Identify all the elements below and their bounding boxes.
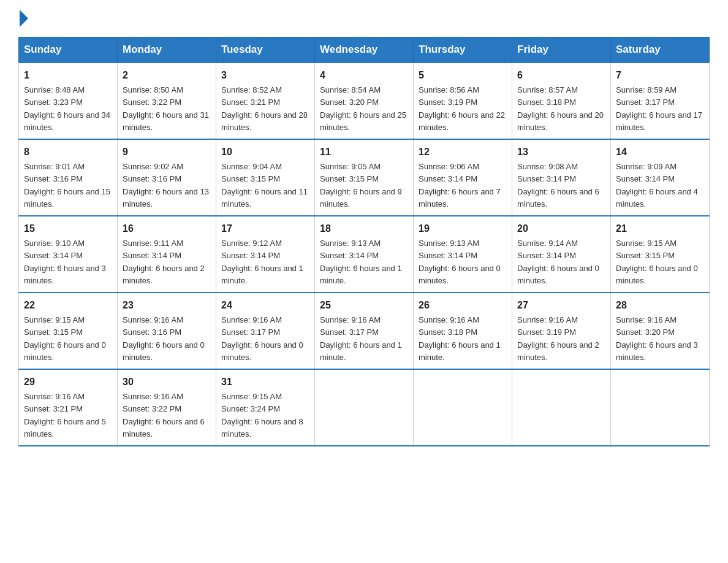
day-number: 10 xyxy=(221,145,309,159)
day-info: Sunrise: 9:16 AMSunset: 3:16 PMDaylight:… xyxy=(123,315,205,362)
day-info: Sunrise: 9:12 AMSunset: 3:14 PMDaylight:… xyxy=(221,239,303,285)
day-info: Sunrise: 9:15 AMSunset: 3:15 PMDaylight:… xyxy=(24,315,106,362)
day-info: Sunrise: 9:16 AMSunset: 3:20 PMDaylight:… xyxy=(616,315,698,362)
calendar-cell: 8Sunrise: 9:01 AMSunset: 3:16 PMDaylight… xyxy=(19,139,118,216)
calendar-cell: 1Sunrise: 8:48 AMSunset: 3:23 PMDaylight… xyxy=(19,63,118,139)
calendar-cell: 17Sunrise: 9:12 AMSunset: 3:14 PMDayligh… xyxy=(216,216,315,293)
day-info: Sunrise: 9:14 AMSunset: 3:14 PMDaylight:… xyxy=(517,239,599,285)
day-info: Sunrise: 9:11 AMSunset: 3:14 PMDaylight:… xyxy=(123,239,205,285)
day-number: 16 xyxy=(123,221,211,236)
day-info: Sunrise: 9:15 AMSunset: 3:15 PMDaylight:… xyxy=(616,239,698,285)
day-number: 2 xyxy=(123,68,211,83)
calendar-cell: 29Sunrise: 9:16 AMSunset: 3:21 PMDayligh… xyxy=(19,369,118,446)
header-saturday: Saturday xyxy=(611,37,710,63)
day-info: Sunrise: 8:56 AMSunset: 3:19 PMDaylight:… xyxy=(419,85,505,132)
day-info: Sunrise: 9:16 AMSunset: 3:17 PMDaylight:… xyxy=(221,315,303,362)
calendar-cell: 3Sunrise: 8:52 AMSunset: 3:21 PMDaylight… xyxy=(216,63,315,139)
day-info: Sunrise: 9:13 AMSunset: 3:14 PMDaylight:… xyxy=(320,239,402,285)
calendar-cell: 19Sunrise: 9:13 AMSunset: 3:14 PMDayligh… xyxy=(414,216,512,293)
logo-triangle-icon xyxy=(20,10,28,27)
calendar-cell: 11Sunrise: 9:05 AMSunset: 3:15 PMDayligh… xyxy=(315,139,414,216)
calendar-cell: 10Sunrise: 9:04 AMSunset: 3:15 PMDayligh… xyxy=(216,139,315,216)
calendar-cell xyxy=(315,369,414,446)
calendar-week-row: 15Sunrise: 9:10 AMSunset: 3:14 PMDayligh… xyxy=(19,216,710,293)
calendar-cell: 14Sunrise: 9:09 AMSunset: 3:14 PMDayligh… xyxy=(611,139,710,216)
page-header xyxy=(18,12,710,27)
header-monday: Monday xyxy=(118,37,216,63)
day-info: Sunrise: 9:16 AMSunset: 3:22 PMDaylight:… xyxy=(123,392,205,439)
calendar-week-row: 29Sunrise: 9:16 AMSunset: 3:21 PMDayligh… xyxy=(19,369,710,446)
day-info: Sunrise: 9:09 AMSunset: 3:14 PMDaylight:… xyxy=(616,162,698,209)
day-number: 12 xyxy=(419,145,507,159)
day-number: 21 xyxy=(616,221,704,236)
calendar-cell: 25Sunrise: 9:16 AMSunset: 3:17 PMDayligh… xyxy=(315,293,414,369)
day-number: 28 xyxy=(616,298,704,313)
day-info: Sunrise: 9:16 AMSunset: 3:17 PMDaylight:… xyxy=(320,315,402,362)
day-number: 8 xyxy=(24,145,112,159)
day-number: 19 xyxy=(419,221,507,236)
day-number: 26 xyxy=(419,298,507,313)
day-info: Sunrise: 9:08 AMSunset: 3:14 PMDaylight:… xyxy=(517,162,599,209)
header-wednesday: Wednesday xyxy=(315,37,414,63)
day-info: Sunrise: 8:48 AMSunset: 3:23 PMDaylight:… xyxy=(24,85,110,132)
day-number: 20 xyxy=(517,221,605,236)
calendar-cell: 23Sunrise: 9:16 AMSunset: 3:16 PMDayligh… xyxy=(118,293,216,369)
calendar-cell: 4Sunrise: 8:54 AMSunset: 3:20 PMDaylight… xyxy=(315,63,414,139)
day-number: 31 xyxy=(221,375,309,389)
day-info: Sunrise: 9:10 AMSunset: 3:14 PMDaylight:… xyxy=(24,239,106,285)
calendar-cell: 15Sunrise: 9:10 AMSunset: 3:14 PMDayligh… xyxy=(19,216,118,293)
day-number: 6 xyxy=(517,68,605,83)
day-number: 3 xyxy=(221,68,309,83)
day-number: 27 xyxy=(517,298,605,313)
day-number: 14 xyxy=(616,145,704,159)
day-info: Sunrise: 9:06 AMSunset: 3:14 PMDaylight:… xyxy=(419,162,501,209)
day-info: Sunrise: 9:16 AMSunset: 3:21 PMDaylight:… xyxy=(24,392,106,439)
calendar-cell: 22Sunrise: 9:15 AMSunset: 3:15 PMDayligh… xyxy=(19,293,118,369)
calendar-cell xyxy=(512,369,611,446)
calendar-cell: 16Sunrise: 9:11 AMSunset: 3:14 PMDayligh… xyxy=(118,216,216,293)
day-number: 18 xyxy=(320,221,408,236)
header-tuesday: Tuesday xyxy=(216,37,315,63)
day-number: 15 xyxy=(24,221,112,236)
day-info: Sunrise: 8:59 AMSunset: 3:17 PMDaylight:… xyxy=(616,85,702,132)
day-info: Sunrise: 9:16 AMSunset: 3:19 PMDaylight:… xyxy=(517,315,599,362)
calendar-cell: 26Sunrise: 9:16 AMSunset: 3:18 PMDayligh… xyxy=(414,293,512,369)
day-info: Sunrise: 8:54 AMSunset: 3:20 PMDaylight:… xyxy=(320,85,406,132)
calendar-cell: 24Sunrise: 9:16 AMSunset: 3:17 PMDayligh… xyxy=(216,293,315,369)
calendar-cell: 12Sunrise: 9:06 AMSunset: 3:14 PMDayligh… xyxy=(414,139,512,216)
calendar-cell: 2Sunrise: 8:50 AMSunset: 3:22 PMDaylight… xyxy=(118,63,216,139)
calendar-cell: 21Sunrise: 9:15 AMSunset: 3:15 PMDayligh… xyxy=(611,216,710,293)
day-number: 17 xyxy=(221,221,309,236)
calendar-cell xyxy=(611,369,710,446)
day-number: 13 xyxy=(517,145,605,159)
calendar-cell: 30Sunrise: 9:16 AMSunset: 3:22 PMDayligh… xyxy=(118,369,216,446)
calendar-table: SundayMondayTuesdayWednesdayThursdayFrid… xyxy=(18,37,710,446)
day-number: 22 xyxy=(24,298,112,313)
day-info: Sunrise: 8:52 AMSunset: 3:21 PMDaylight:… xyxy=(221,85,308,132)
day-info: Sunrise: 8:50 AMSunset: 3:22 PMDaylight:… xyxy=(123,85,209,132)
header-sunday: Sunday xyxy=(19,37,118,63)
calendar-cell: 5Sunrise: 8:56 AMSunset: 3:19 PMDaylight… xyxy=(414,63,512,139)
day-info: Sunrise: 9:16 AMSunset: 3:18 PMDaylight:… xyxy=(419,315,501,362)
calendar-cell xyxy=(414,369,512,446)
header-thursday: Thursday xyxy=(414,37,512,63)
day-info: Sunrise: 9:04 AMSunset: 3:15 PMDaylight:… xyxy=(221,162,308,209)
day-number: 29 xyxy=(24,375,112,389)
calendar-week-row: 22Sunrise: 9:15 AMSunset: 3:15 PMDayligh… xyxy=(19,293,710,369)
calendar-week-row: 1Sunrise: 8:48 AMSunset: 3:23 PMDaylight… xyxy=(19,63,710,139)
calendar-cell: 28Sunrise: 9:16 AMSunset: 3:20 PMDayligh… xyxy=(611,293,710,369)
day-number: 7 xyxy=(616,68,704,83)
day-number: 30 xyxy=(123,375,211,389)
header-friday: Friday xyxy=(512,37,611,63)
day-info: Sunrise: 9:13 AMSunset: 3:14 PMDaylight:… xyxy=(419,239,501,285)
calendar-header-row: SundayMondayTuesdayWednesdayThursdayFrid… xyxy=(19,37,710,63)
calendar-cell: 18Sunrise: 9:13 AMSunset: 3:14 PMDayligh… xyxy=(315,216,414,293)
day-number: 1 xyxy=(24,68,112,83)
day-number: 11 xyxy=(320,145,408,159)
day-number: 9 xyxy=(123,145,211,159)
calendar-cell: 27Sunrise: 9:16 AMSunset: 3:19 PMDayligh… xyxy=(512,293,611,369)
calendar-cell: 31Sunrise: 9:15 AMSunset: 3:24 PMDayligh… xyxy=(216,369,315,446)
calendar-cell: 20Sunrise: 9:14 AMSunset: 3:14 PMDayligh… xyxy=(512,216,611,293)
logo xyxy=(18,12,28,27)
day-info: Sunrise: 9:05 AMSunset: 3:15 PMDaylight:… xyxy=(320,162,402,209)
